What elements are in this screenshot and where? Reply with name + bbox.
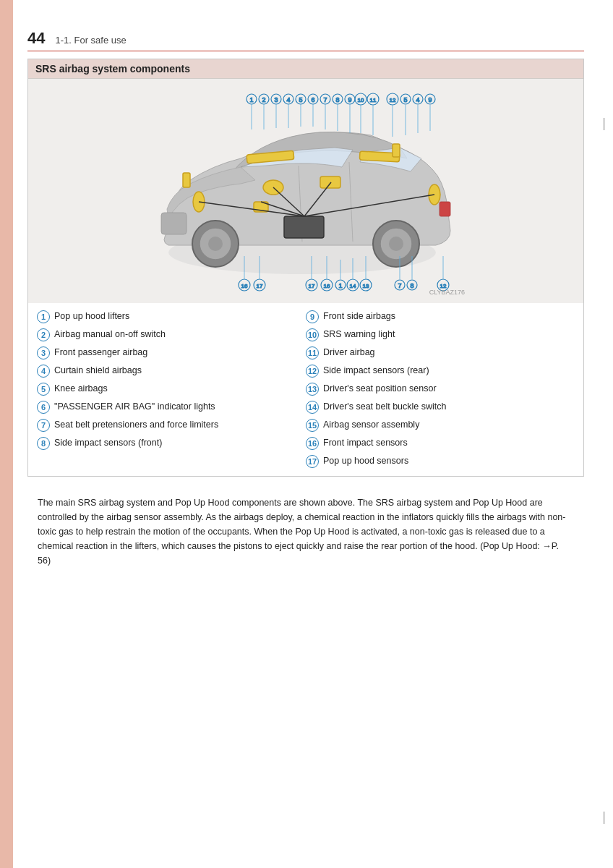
svg-text:12: 12	[390, 97, 396, 103]
diagram-area: 1 2 3 4 5 6 7 8 9 10 11 12 5	[28, 78, 583, 303]
component-number: 15	[306, 419, 319, 432]
component-number: 12	[306, 365, 319, 378]
svg-text:6: 6	[311, 96, 314, 103]
components-grid: 1 Pop up hood lifters 2 Airbag manual on…	[28, 303, 583, 476]
svg-text:1: 1	[249, 96, 253, 103]
svg-rect-12	[320, 176, 340, 188]
component-number: 8	[37, 437, 50, 450]
component-number: 7	[37, 419, 50, 432]
left-decoration-bar	[0, 0, 13, 868]
list-item: 10 SRS warning light	[306, 328, 575, 341]
chapter-title: 1-1. For safe use	[55, 35, 126, 46]
section-header: SRS airbag system components	[28, 59, 583, 78]
svg-text:13: 13	[363, 283, 369, 289]
svg-text:17: 17	[309, 283, 315, 289]
component-number: 2	[37, 328, 50, 341]
svg-text:2: 2	[262, 96, 265, 103]
svg-text:9: 9	[428, 96, 432, 103]
svg-text:11: 11	[370, 97, 377, 103]
right-tick-top: |	[602, 116, 606, 131]
list-item: 6 "PASSENGER AIR BAG" indicator lights	[37, 401, 306, 414]
list-item: 9 Front side airbags	[306, 310, 575, 323]
list-item: 2 Airbag manual on-off switch	[37, 328, 306, 341]
svg-text:8: 8	[335, 96, 339, 103]
svg-text:3: 3	[274, 96, 278, 103]
svg-text:14: 14	[350, 283, 356, 289]
svg-point-6	[389, 237, 403, 251]
list-item: 3 Front passenger airbag	[37, 346, 306, 359]
right-tick-bottom: |	[602, 809, 606, 825]
component-number: 17	[306, 455, 319, 468]
description-text: The main SRS airbag system and Pop Up Ho…	[38, 498, 565, 566]
component-label: Driver airbag	[323, 346, 575, 358]
component-label: Side impact sensors (rear)	[323, 365, 575, 376]
list-item: 11 Driver airbag	[306, 346, 575, 359]
content-area: 44 1-1. For safe use SRS airbag system c…	[13, 0, 613, 868]
component-label: Side impact sensors (front)	[54, 437, 306, 448]
svg-text:5: 5	[403, 96, 407, 103]
svg-rect-19	[393, 144, 400, 157]
list-item: 15 Airbag sensor assembly	[306, 419, 575, 432]
list-item: 14 Driver's seat belt buckle switch	[306, 401, 575, 414]
svg-rect-8	[440, 202, 450, 216]
component-label: Pop up hood sensors	[323, 455, 575, 467]
svg-text:4: 4	[286, 96, 290, 103]
svg-text:17: 17	[257, 283, 263, 289]
component-label: "PASSENGER AIR BAG" indicator lights	[54, 401, 306, 412]
section-title: SRS airbag system components	[35, 63, 190, 75]
header-divider	[27, 51, 584, 51]
component-label: Seat belt pretensioners and force limite…	[54, 419, 306, 430]
svg-text:9: 9	[348, 96, 351, 103]
components-left-column: 1 Pop up hood lifters 2 Airbag manual on…	[37, 310, 306, 473]
component-number: 14	[306, 401, 319, 414]
page-header: 44 1-1. For safe use	[27, 29, 584, 48]
component-label: Driver's seat belt buckle switch	[323, 401, 575, 412]
list-item: 5 Knee airbags	[37, 383, 306, 396]
svg-text:7: 7	[398, 282, 401, 289]
car-diagram-svg: 1 2 3 4 5 6 7 8 9 10 11 12 5	[132, 86, 479, 296]
page-container: 44 1-1. For safe use SRS airbag system c…	[0, 0, 613, 868]
component-label: Curtain shield airbags	[54, 365, 306, 376]
component-number: 4	[37, 365, 50, 378]
component-label: Front side airbags	[323, 310, 575, 322]
svg-rect-7	[161, 213, 187, 234]
component-number: 3	[37, 346, 50, 359]
svg-rect-18	[183, 173, 190, 187]
svg-rect-20	[284, 216, 324, 238]
svg-point-3	[208, 237, 223, 251]
component-label: Front passenger airbag	[54, 346, 306, 358]
list-item: 13 Driver's seat position sensor	[306, 383, 575, 396]
svg-text:1: 1	[338, 282, 342, 289]
component-number: 16	[306, 437, 319, 450]
svg-text:7: 7	[323, 96, 327, 103]
list-item: 16 Front impact sensors	[306, 437, 575, 450]
component-number: 10	[306, 328, 319, 341]
section-box: SRS airbag system components	[27, 59, 584, 477]
list-item: 4 Curtain shield airbags	[37, 365, 306, 378]
component-number: 1	[37, 310, 50, 323]
list-item: 1 Pop up hood lifters	[37, 310, 306, 323]
svg-text:16: 16	[324, 283, 330, 289]
diagram-credit: CLYBAZ176	[429, 289, 465, 296]
component-label: Knee airbags	[54, 383, 306, 394]
list-item: 7 Seat belt pretensioners and force limi…	[37, 419, 306, 432]
component-label: Pop up hood lifters	[54, 310, 306, 322]
component-label: Front impact sensors	[323, 437, 575, 448]
svg-text:4: 4	[416, 96, 419, 103]
page-number: 44	[27, 29, 45, 48]
component-number: 13	[306, 383, 319, 396]
list-item: 12 Side impact sensors (rear)	[306, 365, 575, 378]
list-item: 8 Side impact sensors (front)	[37, 437, 306, 450]
component-label: SRS warning light	[323, 328, 575, 340]
component-label: Airbag sensor assembly	[323, 419, 575, 430]
component-number: 9	[306, 310, 319, 323]
svg-text:16: 16	[241, 283, 248, 289]
component-number: 5	[37, 383, 50, 396]
component-number: 6	[37, 401, 50, 414]
svg-text:8: 8	[410, 282, 413, 289]
svg-text:10: 10	[358, 97, 364, 103]
component-label: Driver's seat position sensor	[323, 383, 575, 394]
svg-text:5: 5	[299, 96, 302, 103]
description-block: The main SRS airbag system and Pop Up Ho…	[27, 488, 584, 578]
component-label: Airbag manual on-off switch	[54, 328, 306, 340]
